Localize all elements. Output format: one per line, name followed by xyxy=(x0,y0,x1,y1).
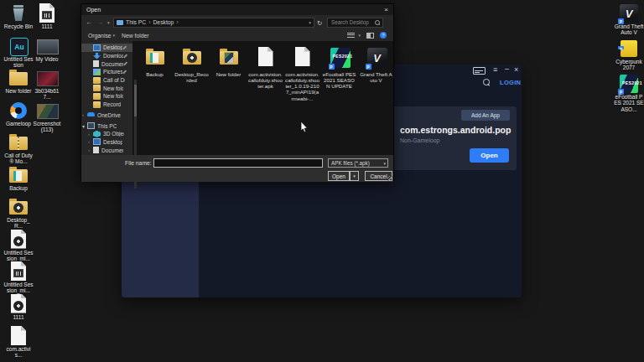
menu-icon[interactable]: ≡ xyxy=(493,65,497,74)
search-placeholder: Search Desktop xyxy=(331,19,369,25)
dialog-footer: File name: APK files (*.apk) ▾ Open ▾ Ca… xyxy=(81,155,393,182)
sidebar-item-label: Call of Duty® M xyxy=(103,77,125,83)
desktop-icon-glyph xyxy=(36,68,58,88)
address-caret-icon[interactable]: ▾ xyxy=(309,20,311,25)
resize-grip[interactable] xyxy=(387,176,392,181)
pin-icon xyxy=(122,71,127,73)
file-item[interactable]: Desktop_Recorded xyxy=(174,47,209,83)
desktop-icon-glyph xyxy=(8,326,29,346)
icon-overlay xyxy=(13,171,22,181)
desktop-icon[interactable]: Untitled Session xyxy=(3,36,34,69)
sidebar-item[interactable]: Documents xyxy=(81,59,132,68)
file-item-label: Backup xyxy=(146,71,164,77)
file-item-label: com.activision.callofduty.shooter.apk xyxy=(248,71,283,89)
history-caret-icon[interactable]: ▾ xyxy=(107,20,110,25)
desktop-icon[interactable]: 1111 xyxy=(32,3,62,36)
sidebar-item[interactable]: 3D Objects xyxy=(81,130,132,138)
desktop-icon[interactable]: Untitled Session_mi... xyxy=(3,261,34,294)
desktop-icon[interactable]: Cyberpunk 2077 xyxy=(614,39,644,74)
giftcard-icon[interactable] xyxy=(473,67,486,75)
login-link[interactable]: LOGIN xyxy=(500,79,521,86)
desktop-icon-glyph xyxy=(8,68,29,88)
dialog-titlebar[interactable]: Open × xyxy=(81,4,393,15)
sidebar-item[interactable]: OneDrive xyxy=(81,111,132,120)
sidebar-item-icon xyxy=(93,85,101,91)
desktop-icon-glyph xyxy=(36,101,58,121)
sidebar-item-label: Documents xyxy=(101,147,123,153)
view-mode-icon xyxy=(347,33,355,39)
sidebar-item[interactable]: Desktop xyxy=(81,138,132,147)
open-button[interactable]: Open xyxy=(328,171,350,181)
minimize-icon[interactable]: – xyxy=(505,65,509,73)
new-folder-button[interactable]: New folder xyxy=(122,33,149,39)
help-icon[interactable]: ? xyxy=(380,32,387,39)
sidebar-item[interactable]: Record xyxy=(81,101,132,109)
search-icon[interactable] xyxy=(483,79,491,86)
sidebar-item[interactable]: Call of Duty® M xyxy=(81,76,132,85)
app-open-button[interactable]: Open xyxy=(470,148,509,163)
icon-overlay xyxy=(13,269,23,277)
tree-chevron-icon[interactable] xyxy=(88,132,93,137)
desktop-icon[interactable]: Recycle Bin xyxy=(3,3,34,36)
desktop-icon[interactable]: 1111 xyxy=(3,294,34,327)
sidebar-item-icon xyxy=(87,122,95,129)
sidebar-item[interactable]: New folder xyxy=(81,84,132,92)
file-item[interactable]: eFootball PES 2021 SEASON UPDATE xyxy=(322,47,356,89)
file-type-dropdown[interactable]: APK files (*.apk) ▾ xyxy=(328,158,388,168)
desktop-icon[interactable]: Screenshot (113) xyxy=(32,101,62,133)
add-an-app-button[interactable]: Add An App xyxy=(461,110,510,121)
organise-button[interactable]: Organise xyxy=(88,33,112,39)
desktop-icon[interactable]: Backup xyxy=(3,165,34,198)
sidebar-scrollbar-thumb[interactable] xyxy=(134,85,137,116)
desktop-icon-glyph xyxy=(8,261,29,282)
desktop-icon-label: Recycle Bin xyxy=(4,23,33,29)
desktop-icon-label: Grand Theft Auto V xyxy=(614,23,644,36)
desktop-icon-column-right: Grand Theft Auto V Cyberpunk 2077 eFootb… xyxy=(614,3,644,109)
desktop-icon-glyph xyxy=(8,101,29,121)
desktop-icon[interactable]: My Video xyxy=(32,36,62,69)
sidebar-item[interactable]: This PC xyxy=(81,122,132,130)
desktop-icon[interactable]: 3b034b617... xyxy=(32,68,62,101)
address-bar[interactable]: This PC Desktop ▾ xyxy=(113,18,314,28)
open-split-caret-icon[interactable]: ▾ xyxy=(350,171,359,181)
icon-overlay xyxy=(224,52,234,64)
file-item[interactable]: com.activision.callofduty.shooter_1.0.19… xyxy=(285,47,319,101)
desktop-icon[interactable]: Grand Theft Auto V xyxy=(614,3,644,39)
back-icon[interactable]: ← xyxy=(86,18,92,26)
sidebar-item[interactable]: Pictures xyxy=(81,68,132,76)
desktop-icon[interactable]: Desktop_R... xyxy=(3,197,34,230)
breadcrumb-segment[interactable]: Desktop xyxy=(153,19,174,25)
file-item[interactable]: Backup xyxy=(138,47,172,77)
breadcrumb-segment[interactable]: This PC xyxy=(126,19,146,25)
view-mode-button[interactable]: ▾ xyxy=(347,33,361,39)
file-item[interactable]: com.activision.callofduty.shooter.apk xyxy=(248,47,283,89)
close-icon[interactable]: × xyxy=(384,6,388,13)
sidebar-item-label: New folder xyxy=(103,85,123,91)
sidebar-item[interactable]: Documents xyxy=(81,146,132,154)
file-item[interactable]: Grand Theft Auto V xyxy=(359,47,393,83)
desktop-icon[interactable]: com.activis... xyxy=(3,326,34,359)
forward-icon[interactable]: → xyxy=(96,18,103,26)
close-icon[interactable]: × xyxy=(514,65,518,74)
desktop-icon[interactable]: Untitled Session_mi... xyxy=(3,230,34,262)
desktop-icon[interactable]: eFootball PES 2021 SEASO... xyxy=(614,74,644,109)
dialog-sidebar: Desktop Downloads Documents xyxy=(81,41,132,155)
sidebar-item[interactable]: Downloads xyxy=(81,52,132,60)
sidebar-item[interactable]: New folder xyxy=(81,92,132,101)
organise-caret-icon: ▾ xyxy=(113,33,116,38)
file-name-input[interactable] xyxy=(153,158,323,168)
search-box[interactable]: Search Desktop xyxy=(327,18,383,28)
file-item[interactable]: New folder xyxy=(211,47,246,77)
file-item-icon xyxy=(218,47,240,69)
desktop-icon[interactable]: New folder xyxy=(3,68,34,101)
desktop-icon-label: Cyberpunk 2077 xyxy=(614,59,644,71)
refresh-icon[interactable]: ↻ xyxy=(317,19,322,27)
desktop-icon[interactable]: Call of Duty® Mo... xyxy=(3,132,34,165)
sidebar-item[interactable]: Desktop xyxy=(81,44,132,52)
desktop-icon-label: Desktop_R... xyxy=(3,217,34,230)
desktop: Recycle Bin Untitled Session New folder … xyxy=(0,0,644,362)
preview-pane-icon[interactable] xyxy=(366,33,374,39)
dialog-toolbar: Organise ▾ New folder ▾ ? xyxy=(81,29,393,41)
desktop-icon[interactable]: Gameloop xyxy=(3,101,34,133)
file-item-icon xyxy=(366,47,387,69)
